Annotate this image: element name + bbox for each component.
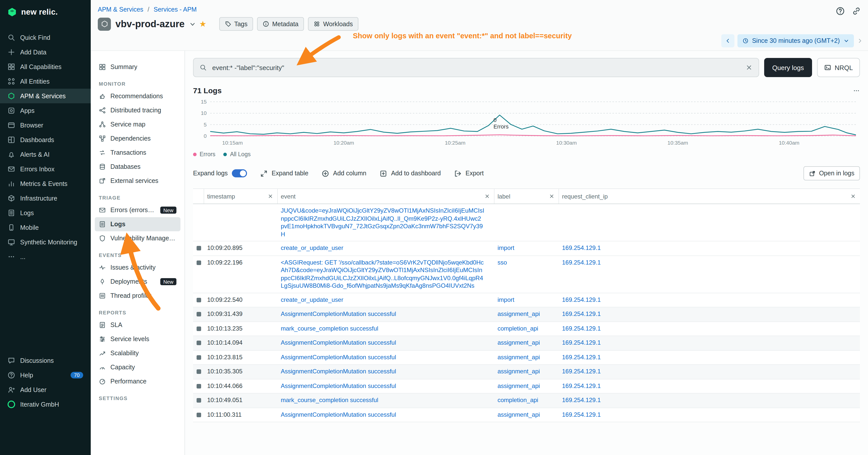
expand-table-button[interactable]: Expand table (260, 169, 309, 177)
request-client-ip-cell[interactable]: 169.254.129.1 (559, 325, 860, 332)
entity-nav-item-sla[interactable]: SLA (95, 318, 181, 332)
label-cell[interactable]: sso (495, 259, 559, 266)
row-expand-icon[interactable] (196, 297, 201, 302)
entity-nav-item-summary[interactable]: Summary (95, 60, 181, 74)
entity-nav-item-databases[interactable]: Databases (95, 160, 181, 174)
favorite-star-icon[interactable]: ★ (199, 20, 207, 28)
remove-column-timestamp-button[interactable] (268, 194, 273, 199)
table-row[interactable]: 10:10:35.305AssignmentCompletionMutation… (193, 365, 860, 379)
entity-nav-item-transactions[interactable]: Transactions (95, 145, 181, 160)
request-client-ip-cell[interactable]: 169.254.129.1 (559, 339, 860, 347)
sidebar-item-apps[interactable]: Apps (0, 103, 91, 118)
row-expand-icon[interactable] (196, 355, 201, 359)
table-row[interactable]: 10:10:49.051mark_course_completion succe… (193, 393, 860, 408)
breadcrumb-apm-services[interactable]: APM & Services (98, 6, 144, 13)
row-expand-icon[interactable] (196, 369, 201, 374)
entity-nav-item-performance[interactable]: Performance (95, 375, 181, 389)
label-cell[interactable]: assignment_api (495, 311, 559, 318)
event-cell[interactable]: mark_course_completion successful (278, 396, 495, 404)
request-client-ip-cell[interactable]: 169.254.129.1 (559, 245, 860, 252)
entity-nav-item-deployments[interactable]: DeploymentsNew (95, 274, 181, 289)
row-expand-icon[interactable] (196, 398, 201, 402)
request-client-ip-cell[interactable]: 169.254.129.1 (559, 382, 860, 390)
legend-item-all-logs[interactable]: All Logs (223, 151, 251, 157)
sidebar-item-apm-services[interactable]: APM & Services (0, 89, 91, 103)
remove-column-request-client-ip-button[interactable] (850, 194, 856, 199)
table-row[interactable]: 10:09:31.439AssignmentCompletionMutation… (193, 307, 860, 322)
request-client-ip-cell[interactable]: 169.254.129.1 (559, 259, 860, 266)
help-button[interactable] (836, 6, 845, 15)
label-cell[interactable]: assignment_api (495, 354, 559, 361)
entity-nav-item-dependencies[interactable]: Dependencies (95, 131, 181, 145)
event-cell[interactable]: <ASGIRequest: GET '/sso/callback/?state=… (278, 259, 495, 290)
event-cell[interactable]: AssignmentCompletionMutation successful (278, 339, 495, 347)
event-cell[interactable]: AssignmentCompletionMutation successful (278, 311, 495, 318)
event-cell[interactable]: AssignmentCompletionMutation successful (278, 411, 495, 419)
sidebar-item-add-data[interactable]: Add Data (0, 45, 91, 60)
metadata-button[interactable]: Metadata (257, 17, 304, 31)
more-options-button[interactable] (853, 87, 860, 94)
event-cell[interactable]: AssignmentCompletionMutation successful (278, 382, 495, 390)
sidebar-footer-item-discussions[interactable]: Discussions (0, 353, 91, 368)
add-to-dashboard-button[interactable]: Add to dashboard (379, 169, 441, 177)
sidebar-item-errors-inbox[interactable]: Errors Inbox (0, 162, 91, 176)
table-row[interactable]: 10:10:13.235mark_course_completion succe… (193, 322, 860, 336)
logs-query-input[interactable] (211, 63, 741, 72)
entity-nav-item-recommendations[interactable]: Recommendations (95, 89, 181, 103)
label-cell[interactable]: assignment_api (495, 368, 559, 376)
open-in-logs-button[interactable]: Open in logs (804, 166, 860, 181)
label-cell[interactable]: assignment_api (495, 339, 559, 347)
time-picker[interactable]: Since 30 minutes ago (GMT+2) (738, 34, 854, 47)
event-cell[interactable]: AssignmentCompletionMutation successful (278, 354, 495, 361)
row-expand-icon[interactable] (196, 312, 201, 317)
workloads-button[interactable]: Workloads (308, 17, 359, 31)
table-row[interactable]: 10:10:44.066AssignmentCompletionMutation… (193, 379, 860, 393)
sidebar-item-dashboards[interactable]: Dashboards (0, 132, 91, 147)
label-cell[interactable]: completion_api (495, 325, 559, 332)
sidebar-item-quick-find[interactable]: Quick Find (0, 30, 91, 45)
sidebar-item-logs[interactable]: Logs (0, 205, 91, 220)
request-client-ip-cell[interactable]: 169.254.129.1 (559, 296, 860, 304)
entity-nav-item-thread-profiler[interactable]: Thread profiler (95, 289, 181, 303)
entity-nav-item-errors-errors-inb[interactable]: Errors (errors inb...New (95, 203, 181, 217)
sidebar-item-mobile[interactable]: Mobile (0, 220, 91, 235)
entity-nav-item-logs[interactable]: Logs (95, 217, 181, 231)
row-expand-icon[interactable] (196, 260, 201, 265)
entity-nav-item-external-services[interactable]: External services (95, 174, 181, 188)
sidebar-footer-item-help[interactable]: Help70 (0, 368, 91, 383)
row-expand-icon[interactable] (196, 384, 201, 388)
entity-nav-item-vulnerability-management[interactable]: Vulnerability Management (95, 231, 181, 246)
brand-logo[interactable]: new relic. (0, 0, 91, 24)
sidebar-item-all-capabilities[interactable]: All Capabilities (0, 60, 91, 74)
sidebar-item-browser[interactable]: Browser (0, 118, 91, 132)
event-cell[interactable]: create_or_update_user (278, 296, 495, 304)
request-client-ip-cell[interactable]: 169.254.129.1 (559, 311, 860, 318)
request-client-ip-cell[interactable]: 169.254.129.1 (559, 354, 860, 361)
request-client-ip-cell[interactable]: 169.254.129.1 (559, 396, 860, 404)
breadcrumb-services-apm[interactable]: Services - APM (154, 6, 197, 13)
clear-query-button[interactable] (745, 64, 752, 71)
table-row[interactable]: 10:09:20.895create_or_update_userimport1… (193, 241, 860, 256)
entity-nav-item-service-map[interactable]: Service map (95, 118, 181, 131)
remove-column-event-button[interactable] (485, 194, 490, 199)
entity-nav-item-issues-activity[interactable]: Issues & activity (95, 260, 181, 274)
label-cell[interactable]: import (495, 245, 559, 252)
sidebar-item-all-entities[interactable]: All Entities (0, 74, 91, 89)
row-expand-icon[interactable] (196, 340, 201, 345)
row-expand-icon[interactable] (196, 326, 201, 331)
label-cell[interactable]: completion_api (495, 396, 559, 404)
expand-logs-toggle[interactable] (232, 169, 247, 177)
query-logs-button[interactable]: Query logs (764, 58, 812, 77)
label-cell[interactable]: assignment_api (495, 382, 559, 390)
entity-nav-item-service-levels[interactable]: Service levels (95, 332, 181, 346)
label-cell[interactable]: import (495, 296, 559, 304)
event-cell[interactable]: JUQVU&code=eyJraWQiOiJjcGltY29yZV8wOTl1M… (278, 207, 495, 238)
row-expand-icon[interactable] (196, 413, 201, 417)
event-cell[interactable]: AssignmentCompletionMutation successful (278, 368, 495, 376)
label-cell[interactable]: assignment_api (495, 411, 559, 419)
entity-dropdown-caret[interactable] (189, 21, 195, 28)
sidebar-item-alerts-ai[interactable]: Alerts & AI (0, 147, 91, 162)
request-client-ip-cell[interactable]: 169.254.129.1 (559, 368, 860, 376)
row-expand-icon[interactable] (196, 246, 201, 251)
tags-button[interactable]: Tags (219, 17, 253, 31)
